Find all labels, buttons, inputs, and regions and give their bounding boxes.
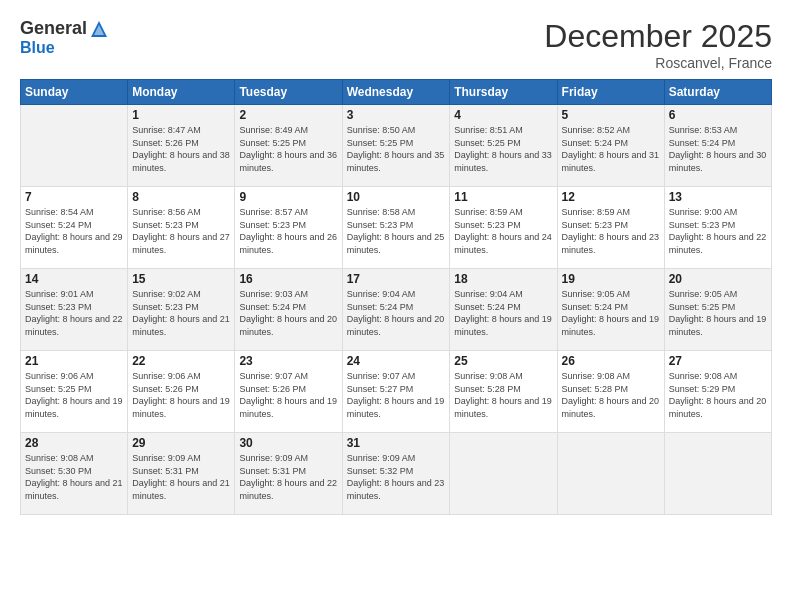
day-detail: Sunrise: 9:06 AM Sunset: 5:25 PM Dayligh… (25, 370, 123, 420)
calendar-cell: 25Sunrise: 9:08 AM Sunset: 5:28 PM Dayli… (450, 351, 557, 433)
calendar-cell: 20Sunrise: 9:05 AM Sunset: 5:25 PM Dayli… (664, 269, 771, 351)
day-number: 13 (669, 190, 767, 204)
day-number: 20 (669, 272, 767, 286)
day-number: 11 (454, 190, 552, 204)
day-detail: Sunrise: 8:50 AM Sunset: 5:25 PM Dayligh… (347, 124, 446, 174)
day-detail: Sunrise: 9:09 AM Sunset: 5:31 PM Dayligh… (239, 452, 337, 502)
calendar-week-row: 1Sunrise: 8:47 AM Sunset: 5:26 PM Daylig… (21, 105, 772, 187)
day-detail: Sunrise: 9:04 AM Sunset: 5:24 PM Dayligh… (347, 288, 446, 338)
day-number: 9 (239, 190, 337, 204)
day-detail: Sunrise: 8:53 AM Sunset: 5:24 PM Dayligh… (669, 124, 767, 174)
calendar-table: SundayMondayTuesdayWednesdayThursdayFrid… (20, 79, 772, 515)
day-detail: Sunrise: 8:54 AM Sunset: 5:24 PM Dayligh… (25, 206, 123, 256)
day-detail: Sunrise: 8:49 AM Sunset: 5:25 PM Dayligh… (239, 124, 337, 174)
day-detail: Sunrise: 9:02 AM Sunset: 5:23 PM Dayligh… (132, 288, 230, 338)
day-number: 1 (132, 108, 230, 122)
calendar-cell: 28Sunrise: 9:08 AM Sunset: 5:30 PM Dayli… (21, 433, 128, 515)
day-number: 27 (669, 354, 767, 368)
calendar-cell (557, 433, 664, 515)
logo-blue-text: Blue (20, 39, 55, 56)
calendar-cell: 16Sunrise: 9:03 AM Sunset: 5:24 PM Dayli… (235, 269, 342, 351)
calendar-week-row: 21Sunrise: 9:06 AM Sunset: 5:25 PM Dayli… (21, 351, 772, 433)
calendar-cell: 1Sunrise: 8:47 AM Sunset: 5:26 PM Daylig… (128, 105, 235, 187)
calendar-cell: 15Sunrise: 9:02 AM Sunset: 5:23 PM Dayli… (128, 269, 235, 351)
day-detail: Sunrise: 9:03 AM Sunset: 5:24 PM Dayligh… (239, 288, 337, 338)
calendar-cell (450, 433, 557, 515)
day-number: 12 (562, 190, 660, 204)
calendar-cell: 31Sunrise: 9:09 AM Sunset: 5:32 PM Dayli… (342, 433, 450, 515)
day-detail: Sunrise: 9:08 AM Sunset: 5:29 PM Dayligh… (669, 370, 767, 420)
calendar-cell: 4Sunrise: 8:51 AM Sunset: 5:25 PM Daylig… (450, 105, 557, 187)
day-number: 19 (562, 272, 660, 286)
calendar-cell: 7Sunrise: 8:54 AM Sunset: 5:24 PM Daylig… (21, 187, 128, 269)
day-number: 18 (454, 272, 552, 286)
calendar-cell: 30Sunrise: 9:09 AM Sunset: 5:31 PM Dayli… (235, 433, 342, 515)
day-detail: Sunrise: 8:52 AM Sunset: 5:24 PM Dayligh… (562, 124, 660, 174)
day-detail: Sunrise: 9:00 AM Sunset: 5:23 PM Dayligh… (669, 206, 767, 256)
day-detail: Sunrise: 8:47 AM Sunset: 5:26 PM Dayligh… (132, 124, 230, 174)
day-detail: Sunrise: 9:01 AM Sunset: 5:23 PM Dayligh… (25, 288, 123, 338)
calendar-day-header: Wednesday (342, 80, 450, 105)
day-detail: Sunrise: 8:58 AM Sunset: 5:23 PM Dayligh… (347, 206, 446, 256)
calendar-cell: 14Sunrise: 9:01 AM Sunset: 5:23 PM Dayli… (21, 269, 128, 351)
day-detail: Sunrise: 8:59 AM Sunset: 5:23 PM Dayligh… (562, 206, 660, 256)
day-detail: Sunrise: 8:57 AM Sunset: 5:23 PM Dayligh… (239, 206, 337, 256)
page: General Blue December 2025 Roscanvel, Fr… (0, 0, 792, 612)
calendar-day-header: Sunday (21, 80, 128, 105)
day-detail: Sunrise: 9:05 AM Sunset: 5:25 PM Dayligh… (669, 288, 767, 338)
day-number: 29 (132, 436, 230, 450)
day-detail: Sunrise: 9:05 AM Sunset: 5:24 PM Dayligh… (562, 288, 660, 338)
day-detail: Sunrise: 8:56 AM Sunset: 5:23 PM Dayligh… (132, 206, 230, 256)
day-number: 23 (239, 354, 337, 368)
calendar-cell: 5Sunrise: 8:52 AM Sunset: 5:24 PM Daylig… (557, 105, 664, 187)
calendar-cell: 22Sunrise: 9:06 AM Sunset: 5:26 PM Dayli… (128, 351, 235, 433)
day-detail: Sunrise: 9:09 AM Sunset: 5:31 PM Dayligh… (132, 452, 230, 502)
header: General Blue December 2025 Roscanvel, Fr… (20, 18, 772, 71)
calendar-week-row: 7Sunrise: 8:54 AM Sunset: 5:24 PM Daylig… (21, 187, 772, 269)
day-detail: Sunrise: 9:08 AM Sunset: 5:30 PM Dayligh… (25, 452, 123, 502)
day-number: 6 (669, 108, 767, 122)
day-number: 8 (132, 190, 230, 204)
title-block: December 2025 Roscanvel, France (544, 18, 772, 71)
calendar-cell: 2Sunrise: 8:49 AM Sunset: 5:25 PM Daylig… (235, 105, 342, 187)
day-detail: Sunrise: 8:51 AM Sunset: 5:25 PM Dayligh… (454, 124, 552, 174)
day-number: 14 (25, 272, 123, 286)
calendar-cell: 3Sunrise: 8:50 AM Sunset: 5:25 PM Daylig… (342, 105, 450, 187)
day-detail: Sunrise: 9:06 AM Sunset: 5:26 PM Dayligh… (132, 370, 230, 420)
day-number: 21 (25, 354, 123, 368)
calendar-day-header: Saturday (664, 80, 771, 105)
calendar-cell: 19Sunrise: 9:05 AM Sunset: 5:24 PM Dayli… (557, 269, 664, 351)
calendar-cell (664, 433, 771, 515)
calendar-day-header: Monday (128, 80, 235, 105)
day-number: 16 (239, 272, 337, 286)
calendar-cell: 17Sunrise: 9:04 AM Sunset: 5:24 PM Dayli… (342, 269, 450, 351)
calendar-cell (21, 105, 128, 187)
calendar-cell: 12Sunrise: 8:59 AM Sunset: 5:23 PM Dayli… (557, 187, 664, 269)
calendar-day-header: Friday (557, 80, 664, 105)
day-number: 5 (562, 108, 660, 122)
day-number: 2 (239, 108, 337, 122)
calendar-week-row: 14Sunrise: 9:01 AM Sunset: 5:23 PM Dayli… (21, 269, 772, 351)
calendar-cell: 24Sunrise: 9:07 AM Sunset: 5:27 PM Dayli… (342, 351, 450, 433)
calendar-cell: 8Sunrise: 8:56 AM Sunset: 5:23 PM Daylig… (128, 187, 235, 269)
day-number: 10 (347, 190, 446, 204)
day-detail: Sunrise: 9:08 AM Sunset: 5:28 PM Dayligh… (562, 370, 660, 420)
calendar-cell: 10Sunrise: 8:58 AM Sunset: 5:23 PM Dayli… (342, 187, 450, 269)
calendar-day-header: Tuesday (235, 80, 342, 105)
location: Roscanvel, France (544, 55, 772, 71)
logo-icon (89, 19, 109, 39)
calendar-cell: 26Sunrise: 9:08 AM Sunset: 5:28 PM Dayli… (557, 351, 664, 433)
day-number: 17 (347, 272, 446, 286)
logo-general-text: General (20, 18, 87, 39)
day-detail: Sunrise: 8:59 AM Sunset: 5:23 PM Dayligh… (454, 206, 552, 256)
calendar-cell: 27Sunrise: 9:08 AM Sunset: 5:29 PM Dayli… (664, 351, 771, 433)
calendar-cell: 23Sunrise: 9:07 AM Sunset: 5:26 PM Dayli… (235, 351, 342, 433)
day-number: 15 (132, 272, 230, 286)
day-number: 3 (347, 108, 446, 122)
calendar-day-header: Thursday (450, 80, 557, 105)
calendar-cell: 21Sunrise: 9:06 AM Sunset: 5:25 PM Dayli… (21, 351, 128, 433)
day-detail: Sunrise: 9:08 AM Sunset: 5:28 PM Dayligh… (454, 370, 552, 420)
day-number: 26 (562, 354, 660, 368)
day-detail: Sunrise: 9:09 AM Sunset: 5:32 PM Dayligh… (347, 452, 446, 502)
day-number: 24 (347, 354, 446, 368)
